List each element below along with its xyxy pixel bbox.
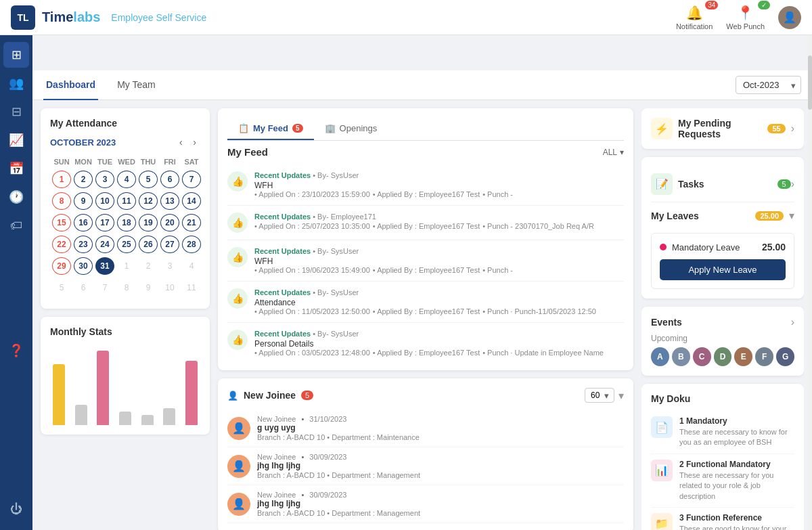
notification-label: Notification [676, 22, 713, 30]
sidebar: ⊞ 👥 ⊟ 📈 📅 🕐 🏷 ❓ ⏻ [0, 35, 32, 530]
calendar-day[interactable]: 11 [116, 191, 137, 211]
feed-by-0: Recent Updates • By- SysUser [254, 171, 624, 179]
calendar-day[interactable]: 25 [116, 234, 137, 255]
doku-desc-2: These are good to know for your role as … [679, 524, 794, 530]
sidebar-item-tag[interactable]: 🏷 [3, 213, 29, 238]
tab-myteam[interactable]: My Team [114, 70, 158, 100]
calendar-day[interactable]: 10 [95, 191, 115, 211]
calendar-day[interactable]: 31 [95, 256, 115, 276]
sidebar-item-people[interactable]: 👥 [3, 70, 29, 96]
calendar-day[interactable]: 17 [95, 213, 115, 233]
bar-item [160, 408, 179, 425]
calendar-day[interactable]: 26 [138, 234, 158, 255]
sidebar-item-help[interactable]: ❓ [3, 338, 29, 363]
calendar-day[interactable]: 16 [73, 213, 93, 233]
calendar-day[interactable]: 1 [51, 169, 72, 190]
calendar-day[interactable]: 24 [95, 234, 115, 255]
calendar-day[interactable]: 8 [116, 278, 137, 298]
calendar-day[interactable]: 7 [95, 278, 115, 298]
calendar-day[interactable]: 29 [51, 256, 72, 276]
doku-heading-0: 1 Mandatory [679, 416, 794, 426]
scrollbar[interactable] [808, 35, 812, 530]
events-expand-button[interactable]: › [791, 316, 794, 328]
sidebar-item-grid[interactable]: ⊞ [3, 42, 29, 68]
calendar-day[interactable]: 27 [160, 234, 180, 255]
calendar-day[interactable]: 10 [160, 278, 180, 298]
calendar-nav: ‹ › [175, 135, 200, 149]
doku-desc-0: These are necessary to know for you as a… [679, 427, 794, 448]
feed-thumbup-3: 👍 [227, 288, 248, 309]
sidebar-item-apps[interactable]: ⊟ [3, 99, 29, 125]
calendar-day[interactable]: 23 [73, 234, 93, 255]
calendar-day[interactable]: 21 [181, 213, 202, 233]
feed-by-4: Recent Updates • By- SysUser [254, 330, 624, 338]
calendar-day[interactable]: 8 [51, 191, 72, 211]
calendar-day[interactable]: 6 [160, 169, 180, 190]
bar-item [50, 364, 68, 425]
tab-dashboard[interactable]: Dashboard [43, 70, 98, 100]
month-select-wrap: Oct-2023 Sep-2023 Nov-2023 [736, 76, 801, 94]
calendar-day[interactable]: 11 [181, 278, 202, 298]
calendar-day[interactable]: 4 [181, 256, 202, 276]
feed-meta3-1: • Punch - 23070170_Job Req A/R [482, 222, 594, 230]
calendar-day[interactable]: 15 [51, 213, 72, 233]
all-label: ALL [603, 148, 617, 157]
calendar-day[interactable]: 13 [160, 191, 180, 211]
calendar-day[interactable]: 4 [116, 169, 137, 190]
calendar-day[interactable]: 7 [181, 169, 202, 190]
calendar-day[interactable]: 18 [116, 213, 137, 233]
calendar-day[interactable]: 30 [73, 256, 93, 276]
calendar-day[interactable]: 2 [138, 256, 158, 276]
events-card: Events › Upcoming ABCDEFG [641, 307, 804, 376]
cal-dow-thu: THU [138, 156, 158, 168]
pending-expand-button[interactable]: › [791, 123, 794, 135]
calendar-day[interactable]: 5 [138, 169, 158, 190]
calendar-day[interactable]: 3 [95, 169, 115, 190]
leaves-row[interactable]: My Leaves 25.00 ▾ [651, 202, 794, 229]
sidebar-item-calendar[interactable]: 📅 [3, 156, 29, 181]
calendar-day[interactable]: 22 [51, 234, 72, 255]
calendar-day[interactable]: 1 [116, 256, 137, 276]
tab-openings[interactable]: 🏢 Openings [314, 118, 388, 140]
calendar-day[interactable]: 19 [138, 213, 158, 233]
event-avatars: ABCDEFG [651, 347, 794, 366]
calendar-day[interactable]: 20 [160, 213, 180, 233]
calendar-day[interactable]: 9 [73, 191, 93, 211]
tasks-expand-button[interactable]: › [791, 178, 794, 190]
sidebar-item-clock[interactable]: 🕐 [3, 184, 29, 210]
prev-month-button[interactable]: ‹ [175, 135, 187, 149]
event-avatar-3: D [714, 347, 732, 366]
calendar-day[interactable]: 2 [73, 169, 93, 190]
tab-myfeed[interactable]: 📋 My Feed 5 [227, 118, 314, 140]
user-avatar[interactable]: 👤 [778, 6, 801, 29]
calendar-day[interactable]: 12 [138, 191, 158, 211]
tasks-row: 📝 Tasks 5 › [651, 167, 794, 202]
joinee-expand-button[interactable]: ▾ [618, 389, 624, 402]
month-select[interactable]: Oct-2023 Sep-2023 Nov-2023 [736, 76, 801, 94]
calendar-day[interactable]: 6 [73, 278, 93, 298]
calendar-day[interactable]: 14 [181, 191, 202, 211]
bar-5 [163, 408, 175, 425]
joinee-avatar-2: 👤 [227, 493, 250, 516]
feed-item: 👍 Recent Updates • By- SysUser Personal … [227, 323, 624, 361]
top-header: TL Timelabs Employee Self Service 🔔 34 N… [0, 0, 812, 35]
apply-new-leave-button[interactable]: Apply New Leave [660, 259, 786, 280]
cal-dow-mon: MON [73, 156, 93, 168]
feed-section-title: My Feed [227, 146, 268, 158]
joinee-header: 👤 New Joinee 5 60 30 10 ▾ [227, 388, 624, 403]
sidebar-item-power[interactable]: ⏻ [3, 496, 29, 522]
all-filter-button[interactable]: ALL ▾ [603, 148, 624, 157]
sidebar-item-chart[interactable]: 📈 [3, 127, 29, 153]
notification-button[interactable]: 🔔 34 Notification [676, 5, 713, 30]
calendar-day[interactable]: 9 [138, 278, 158, 298]
webpunch-button[interactable]: 📍 ✓ Web Punch [726, 5, 765, 30]
calendar-day[interactable]: 5 [51, 278, 72, 298]
event-avatar-2: C [693, 347, 711, 366]
calendar-day[interactable]: 28 [181, 234, 202, 255]
next-month-button[interactable]: › [189, 135, 200, 149]
calendar-day[interactable]: 3 [160, 256, 180, 276]
joinee-controls: 60 30 10 ▾ [585, 388, 624, 403]
leaves-expand-button[interactable]: ▾ [789, 209, 794, 222]
joinee-per-page-select[interactable]: 60 30 10 [585, 388, 614, 403]
bar-chart [50, 344, 200, 425]
